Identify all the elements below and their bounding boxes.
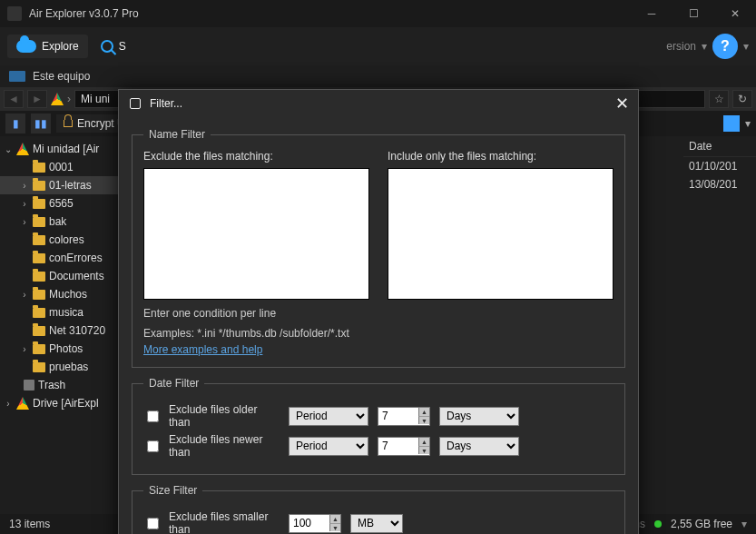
name-filter-group: Name Filter Exclude the files matching: … — [132, 128, 625, 368]
spin-down[interactable]: ▼ — [329, 523, 340, 531]
include-textarea[interactable] — [388, 168, 614, 300]
refresh-button[interactable]: ↻ — [732, 90, 752, 108]
tree-label: colores — [49, 233, 84, 246]
tree-item[interactable]: 0001 — [0, 158, 135, 176]
tree-label: Trash — [38, 379, 65, 391]
chevron-right-icon[interactable] — [20, 181, 29, 191]
older-period-select[interactable]: Period — [289, 407, 368, 426]
newer-than-row[interactable]: Exclude files newer than — [143, 433, 280, 459]
exclude-label: Exclude the files matching: — [143, 150, 369, 163]
chevron-down-icon[interactable] — [4, 144, 13, 154]
tree-drive2[interactable]: Drive [AirExpl — [0, 394, 135, 412]
tree-item[interactable]: Net 310720 — [0, 321, 135, 340]
spin-down[interactable]: ▼ — [418, 416, 429, 424]
tree-label: bak — [49, 215, 66, 228]
filter-dialog: Filter... ✕ Name Filter Exclude the file… — [118, 89, 639, 534]
older-number[interactable]: ▲▼ — [378, 407, 430, 426]
tree-item[interactable]: 6565 — [0, 194, 135, 213]
smaller-than-row[interactable]: Exclude files smaller than — [143, 510, 280, 534]
older-than-checkbox[interactable] — [147, 410, 159, 422]
date-cell: 13/08/201 — [683, 175, 756, 193]
newer-number[interactable]: ▲▼ — [378, 437, 430, 456]
smaller-than-checkbox[interactable] — [147, 518, 159, 529]
folder-icon — [33, 253, 45, 263]
tree-item[interactable]: colores — [0, 231, 135, 249]
computer-icon — [9, 71, 25, 82]
date-column-header[interactable]: Date — [683, 136, 756, 157]
view-grid-icon[interactable] — [723, 115, 740, 132]
chevron-right-icon[interactable] — [20, 290, 29, 300]
tree-item[interactable]: 01-letras — [0, 176, 135, 194]
tree-item[interactable]: bak — [0, 213, 135, 231]
folder-icon — [33, 235, 45, 245]
tree-label: 01-letras — [49, 179, 92, 192]
app-icon — [7, 6, 22, 21]
tree-item[interactable]: Muchos — [0, 285, 135, 303]
spin-down[interactable]: ▼ — [418, 446, 429, 454]
panel-button-2[interactable]: ▮▮ — [31, 114, 51, 134]
chevron-right-icon[interactable] — [4, 399, 13, 409]
folder-icon — [33, 217, 45, 227]
version-menu-label[interactable]: ersion — [666, 40, 696, 53]
more-examples-link[interactable]: More examples and help — [143, 343, 262, 356]
tree-label: 0001 — [49, 161, 74, 173]
tree-item[interactable]: pruebas — [0, 358, 135, 376]
cloud-icon — [16, 40, 36, 53]
chevron-right-icon[interactable] — [20, 344, 29, 354]
folder-icon — [33, 272, 45, 282]
titlebar: Air Explorer v3.0.7 Pro ─ ☐ ✕ — [0, 0, 756, 27]
newer-than-checkbox[interactable] — [147, 440, 159, 452]
tree-item[interactable]: Photos — [0, 340, 135, 358]
smaller-than-label: Exclude files smaller than — [169, 510, 280, 534]
tree-label: Net 310720 — [49, 324, 105, 337]
forward-button[interactable]: ► — [27, 90, 47, 108]
explore-tab[interactable]: Explore — [7, 35, 88, 58]
chevron-right-icon[interactable] — [20, 199, 29, 209]
panel-button-1[interactable]: ▮ — [5, 114, 25, 134]
folder-icon — [33, 163, 45, 173]
maximize-button[interactable]: ☐ — [673, 0, 714, 27]
back-button[interactable]: ◄ — [4, 90, 24, 108]
tree-item[interactable]: Documents — [0, 267, 135, 285]
chevron-down-icon: ▾ — [741, 518, 747, 530]
tree-item[interactable]: musica — [0, 303, 135, 321]
status-items: 13 items — [9, 518, 50, 530]
exclude-textarea[interactable] — [143, 168, 369, 300]
folder-icon — [33, 308, 45, 318]
folder-icon — [33, 362, 45, 372]
tree-label: 6565 — [49, 197, 74, 210]
close-button[interactable]: ✕ — [714, 0, 756, 27]
date-filter-group: Date Filter Exclude files older than Per… — [132, 377, 625, 475]
tree-root-drive[interactable]: Mi unidad [Air — [0, 140, 135, 158]
older-than-row[interactable]: Exclude files older than — [143, 403, 280, 429]
dialog-close-button[interactable]: ✕ — [615, 94, 629, 114]
newer-unit-select[interactable]: Days — [439, 437, 519, 456]
spin-up[interactable]: ▲ — [418, 438, 429, 446]
status-dot-icon — [654, 520, 662, 528]
newer-period-select[interactable]: Period — [289, 437, 368, 456]
smaller-unit-select[interactable]: MB — [350, 514, 403, 533]
spin-up[interactable]: ▲ — [329, 515, 340, 523]
smaller-number[interactable]: ▲▼ — [289, 514, 341, 533]
tree-trash[interactable]: Trash — [0, 376, 135, 394]
status-free-right: 2,55 GB free — [671, 518, 732, 530]
minimize-button[interactable]: ─ — [631, 0, 673, 27]
s-tab[interactable]: S — [92, 35, 135, 58]
help-button[interactable]: ? — [712, 34, 738, 59]
explore-label: Explore — [42, 40, 79, 53]
dialog-titlebar: Filter... ✕ — [119, 90, 638, 117]
spin-up[interactable]: ▲ — [418, 408, 429, 416]
equipo-row[interactable]: Este equipo — [0, 65, 756, 87]
lock-icon — [64, 120, 73, 127]
star-button[interactable]: ☆ — [709, 90, 729, 108]
chevron-right-icon[interactable] — [20, 217, 29, 227]
dialog-title: Filter... — [150, 97, 182, 110]
main-area: Este equipo ◄ ► › Mi uni ☆ ↻ ▮ ▮▮ Encryp… — [0, 65, 756, 514]
folder-icon — [33, 199, 45, 209]
tree-item[interactable]: conErrores — [0, 249, 135, 267]
folder-tree[interactable]: Mi unidad [Air 0001 01-letras 6565 bak c… — [0, 136, 136, 514]
tree-label: Photos — [49, 342, 83, 355]
older-unit-select[interactable]: Days — [439, 407, 519, 426]
chevron-down-icon: ▾ — [745, 117, 751, 130]
window-title: Air Explorer v3.0.7 Pro — [29, 7, 631, 20]
